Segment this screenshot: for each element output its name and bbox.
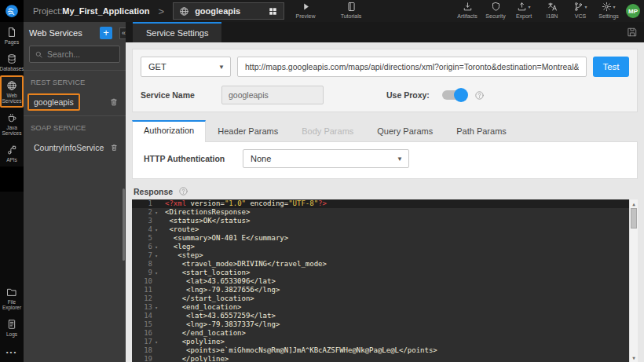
- scrollbar-up-icon[interactable]: ▲: [630, 201, 638, 207]
- line-gutter: 16: [132, 329, 160, 338]
- code-line-13[interactable]: 13▾ <end_location>: [132, 303, 638, 312]
- code-line-6[interactable]: 6▾ <leg>: [132, 243, 638, 251]
- code-text: <status>OK</status>: [160, 217, 250, 225]
- method-select[interactable]: GET ▼: [141, 57, 231, 77]
- service-item-name: CountryInfoService: [27, 139, 110, 156]
- service-item-googleapis[interactable]: googleapis: [24, 92, 126, 115]
- app-logo[interactable]: [0, 0, 24, 22]
- scrollbar-down-icon[interactable]: ▼: [630, 355, 638, 360]
- trash-icon[interactable]: [109, 97, 119, 107]
- globe-icon: [6, 80, 17, 91]
- services-panel-header: Web Services + «: [24, 22, 126, 44]
- fold-arrow-icon[interactable]: ▾: [152, 225, 160, 234]
- fold-arrow-icon[interactable]: ▾: [152, 208, 160, 217]
- code-line-8[interactable]: 8 <travel_mode>DRIVING</travel_mode>: [132, 260, 638, 269]
- test-button[interactable]: Test: [593, 57, 629, 77]
- request-url-input[interactable]: [237, 57, 587, 77]
- rail-item-pages[interactable]: Pages: [0, 22, 24, 49]
- service-selector[interactable]: googleapis: [173, 2, 284, 20]
- help-icon[interactable]: [474, 90, 485, 101]
- rail-item-logs[interactable]: Logs: [0, 314, 24, 341]
- rail-item-apis[interactable]: APIs: [0, 140, 24, 166]
- service-item-countryinfoservice[interactable]: CountryInfoService: [24, 137, 126, 161]
- code-line-15[interactable]: 15 <lng>-79.3837337</lng>: [132, 320, 638, 329]
- tab-header-params[interactable]: Header Params: [206, 120, 290, 141]
- tab-authorization[interactable]: Authorization: [132, 120, 206, 142]
- line-number: 3: [132, 217, 152, 225]
- fold-arrow-icon[interactable]: ▾: [152, 243, 160, 251]
- rail-item-web-services[interactable]: Web Services: [0, 75, 24, 108]
- fold-arrow-icon[interactable]: ▾: [152, 303, 160, 312]
- rail-item-java-services[interactable]: Java Services: [0, 108, 24, 140]
- header-action-vcs[interactable]: ▾VCS: [567, 2, 594, 19]
- rail-item-file-explorer[interactable]: File Explorer: [0, 282, 24, 314]
- header-action-export[interactable]: ▾Export: [510, 2, 537, 19]
- code-line-4[interactable]: 4▾ <route>: [132, 225, 638, 234]
- code-line-14[interactable]: 14 <lat>43.6557259</lat>: [132, 312, 638, 320]
- use-proxy-toggle[interactable]: [442, 90, 466, 100]
- code-line-18[interactable]: 18 <points>e`miGhmocNs@Rm@N]JmA^KBcAZSFW…: [132, 346, 638, 355]
- tab-query-params[interactable]: Query Params: [365, 120, 445, 141]
- chevron-down-icon: ▾: [528, 4, 530, 9]
- service-search-input[interactable]: [47, 49, 115, 59]
- request-row: GET ▼ Test: [141, 57, 629, 77]
- scrollbar-thumb[interactable]: [631, 208, 637, 229]
- fold-arrow-icon[interactable]: ▾: [152, 269, 160, 277]
- trash-icon[interactable]: [110, 143, 119, 152]
- code-text: <lng>-79.3837337</lng>: [160, 320, 280, 329]
- code-text: </polyline>: [160, 355, 229, 362]
- code-line-9[interactable]: 9▾ <start_location>: [132, 269, 638, 277]
- help-icon[interactable]: [178, 186, 188, 196]
- http-authentication-select[interactable]: None ▼: [243, 149, 409, 168]
- toggle-knob: [454, 88, 468, 102]
- code-line-1[interactable]: 1<?xml version="1.0" encoding="UTF-8"?>: [132, 199, 638, 208]
- code-line-10[interactable]: 10 <lat>43.6533096</lat>: [132, 277, 638, 286]
- line-gutter: 4▾: [132, 225, 160, 234]
- code-line-16[interactable]: 16 </end_location>: [132, 329, 638, 338]
- services-list: REST SERVICEgoogleapisSOAP SERVICECountr…: [24, 70, 126, 161]
- code-line-7[interactable]: 7▾ <step>: [132, 251, 638, 260]
- method-select-value: GET: [148, 62, 166, 71]
- more-options-button[interactable]: •••: [6, 341, 17, 362]
- line-number: 10: [132, 277, 152, 286]
- code-line-3[interactable]: 3 <status>OK</status>: [132, 217, 638, 225]
- tutorials-button[interactable]: Tutorials: [338, 2, 364, 19]
- code-scrollbar[interactable]: ▲ ▼: [629, 199, 638, 362]
- fold-arrow-icon[interactable]: ▾: [152, 251, 160, 260]
- rail-item-databases[interactable]: Databases: [0, 49, 24, 75]
- tab-service-settings[interactable]: Service Settings: [133, 22, 221, 42]
- tab-body-params[interactable]: Body Params: [290, 120, 365, 141]
- line-number: 1: [132, 199, 152, 208]
- preview-button[interactable]: Preview: [292, 2, 319, 19]
- response-code-editor[interactable]: 1<?xml version="1.0" encoding="UTF-8"?>2…: [132, 199, 638, 362]
- code-line-2[interactable]: 2▾<DirectionsResponse>: [132, 208, 638, 217]
- tab-path-params[interactable]: Path Params: [445, 120, 518, 141]
- save-icon[interactable]: [627, 27, 638, 38]
- code-line-5[interactable]: 5 <summary>ON-401 E</summary>: [132, 234, 638, 243]
- header-action-security[interactable]: Security: [482, 2, 509, 19]
- tutorials-label: Tutorials: [341, 13, 362, 19]
- code-line-11[interactable]: 11 <lng>-79.3827656</lng>: [132, 286, 638, 294]
- service-name-label: Service Name: [141, 90, 221, 100]
- header-action-settings[interactable]: ▾Settings: [595, 2, 622, 19]
- main-editor: Service Settings GET ▼ Test Service Name…: [126, 22, 644, 362]
- service-name-input[interactable]: [221, 86, 324, 104]
- add-service-button[interactable]: +: [100, 27, 112, 39]
- rail-item-label: Logs: [6, 331, 17, 337]
- code-line-19[interactable]: 19 </polyline>: [132, 355, 638, 362]
- play-icon: [301, 2, 311, 12]
- chevron-down-icon: ▼: [218, 64, 225, 71]
- branch-icon: [573, 2, 584, 12]
- panel-scrollbar-thumb[interactable]: [123, 188, 125, 261]
- code-text: <polyline>: [160, 338, 225, 346]
- code-line-12[interactable]: 12 </start_location>: [132, 294, 638, 303]
- web-services-panel: Web Services + « REST SERVICEgoogleapisS…: [24, 22, 126, 362]
- translate-icon: [547, 2, 558, 12]
- code-line-17[interactable]: 17▾ <polyline>: [132, 338, 638, 346]
- user-avatar[interactable]: MP: [626, 4, 640, 18]
- fold-arrow-icon[interactable]: ▾: [152, 338, 160, 346]
- download-icon: [463, 2, 473, 12]
- header-action-i18n[interactable]: I18N: [539, 2, 565, 19]
- header-action-artifacts[interactable]: Artifacts: [454, 2, 481, 19]
- line-number: 13: [132, 303, 152, 312]
